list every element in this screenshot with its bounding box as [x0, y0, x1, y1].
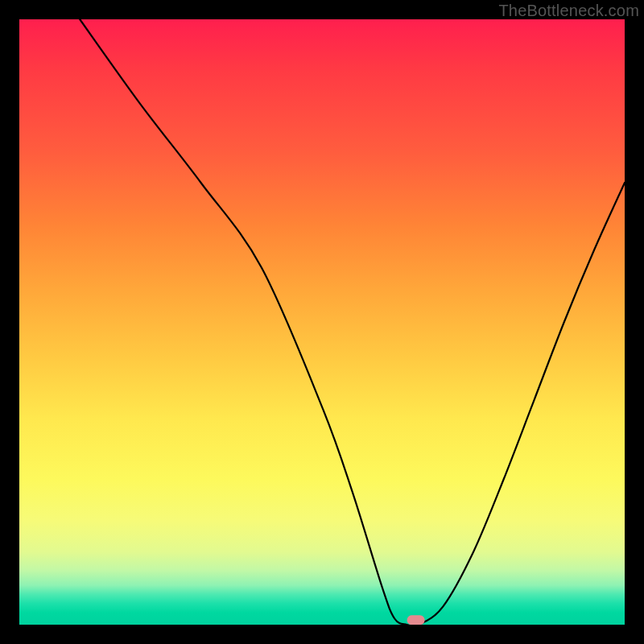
chart-svg	[19, 19, 625, 625]
optimal-marker	[407, 615, 425, 625]
chart-container: TheBottleneck.com	[0, 0, 644, 644]
watermark-text: TheBottleneck.com	[498, 2, 639, 20]
plot-area	[19, 19, 625, 625]
bottleneck-curve	[80, 19, 625, 625]
